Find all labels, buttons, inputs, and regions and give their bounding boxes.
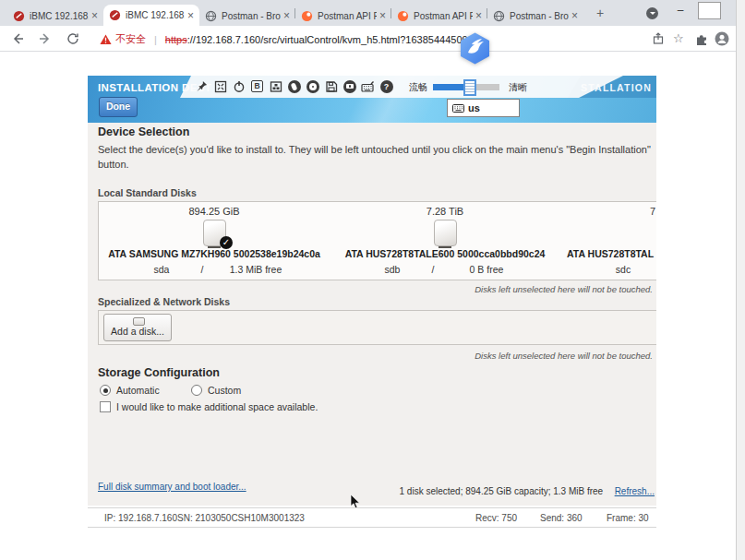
profile-avatar[interactable] — [715, 31, 729, 46]
selection-summary-text: 1 disk selected; 894.25 GiB capacity; 1.… — [400, 486, 604, 496]
b-key-icon[interactable]: B — [250, 79, 264, 93]
tab-separator — [487, 8, 487, 18]
status-sn: SN: 2103050CSH10M3001323 — [177, 513, 305, 523]
help-icon[interactable]: ? — [379, 79, 393, 93]
tab-postman-browse-1[interactable]: Postman - Browse × — [199, 6, 295, 26]
tab-title: iBMC 192.168.7.16 — [126, 10, 185, 20]
globe-favicon-icon — [205, 10, 217, 22]
tab-ibmc-2-active[interactable]: iBMC 192.168.7.16 × — [103, 5, 199, 26]
radio-automatic[interactable]: Automatic — [100, 385, 160, 396]
url-text[interactable]: https://192.168.7.160/src/virtualControl… — [165, 34, 479, 45]
disk-drive-icon — [434, 220, 457, 246]
soft-keyboard-icon[interactable] — [361, 79, 375, 93]
disk-name: ATA SAMSUNG MZ7KH960 5002538e19b24c0a — [99, 248, 330, 259]
tab-close-icon[interactable]: × — [571, 9, 578, 22]
disk-device: sdc — [560, 264, 656, 275]
tab-separator — [391, 8, 391, 18]
keyboard-layout-indicator[interactable]: us — [447, 99, 520, 117]
floppy-save-icon[interactable] — [324, 79, 338, 93]
tab-postman-api-1[interactable]: Postman API Platfo × — [295, 6, 391, 26]
tab-ibmc-1[interactable]: iBMC 192.168.7.16 × — [7, 6, 103, 26]
specialized-disks-panel: Add a disk... — [98, 310, 656, 345]
reload-icon[interactable] — [66, 32, 79, 45]
local-disks-label: Local Standard Disks — [98, 187, 197, 198]
device-selection-description-line2: button. — [98, 159, 129, 170]
refresh-link[interactable]: Refresh... — [615, 486, 655, 496]
share-icon[interactable] — [652, 32, 665, 45]
tab-close-icon[interactable]: × — [283, 9, 290, 22]
browser-tab-bar: iBMC 192.168.7.16 × iBMC 192.168.7.16 × … — [0, 0, 736, 26]
specialized-disks-label: Specialized & Network Disks — [98, 296, 230, 307]
back-icon[interactable] — [11, 32, 24, 45]
security-chip[interactable]: 不安全 | https://192.168.7.160/src/virtualC… — [100, 32, 479, 46]
disk-sdb[interactable]: 7.28 TiB ATA HUS728T8TALE600 5000cca0bbd… — [330, 202, 560, 280]
bookmark-star-icon[interactable]: ☆ — [673, 31, 684, 45]
kvm-remote-screen: INSTALLATION DEST STALLATION B ? 流畅 — [88, 76, 656, 528]
desktop-edge — [736, 0, 745, 560]
window-maximize-button[interactable] — [698, 2, 721, 19]
dove-badge-icon[interactable] — [458, 31, 492, 66]
local-disks-panel: 894.25 GiB ✓ ATA SAMSUNG MZ7KH960 500253… — [98, 201, 656, 280]
tab-close-icon[interactable]: × — [187, 9, 194, 22]
fullscreen-icon[interactable] — [213, 79, 227, 93]
new-tab-button[interactable]: + — [593, 6, 607, 21]
screen-record-icon[interactable] — [342, 79, 356, 93]
tab-title: Postman - Browse — [510, 11, 569, 21]
tab-postman-browse-2[interactable]: Postman - Browse × — [487, 6, 583, 26]
disk-capacity: 7.28 TiB — [330, 206, 560, 217]
storage-configuration-heading: Storage Configuration — [98, 366, 220, 379]
tab-title: Postman - Browse — [222, 11, 281, 21]
mouse-cursor — [350, 494, 361, 509]
disk-selected-check-icon: ✓ — [220, 236, 233, 249]
unselected-disks-note-2: Disks left unselected here will not be t… — [475, 351, 653, 361]
radio-automatic-icon[interactable] — [100, 385, 111, 396]
done-button[interactable]: Done — [99, 97, 138, 117]
kvm-toolbar-icons: B ? — [195, 79, 393, 93]
disk-sdc[interactable]: 7 ATA HUS728T8TAL sdc — [560, 202, 656, 280]
status-frame: Frame: 30 — [607, 513, 649, 523]
tab-title: Postman API Platfo — [414, 11, 473, 21]
anaconda-body: Device Selection Select the device(s) yo… — [88, 123, 656, 506]
extensions-puzzle-icon[interactable] — [695, 32, 709, 46]
ibmc-favicon-icon — [13, 10, 25, 22]
anaconda-header: INSTALLATION DEST STALLATION B ? 流畅 — [88, 76, 656, 123]
unselected-disks-note: Disks left unselected here will not be t… — [475, 284, 653, 294]
power-icon[interactable] — [232, 79, 246, 93]
keyboard-icon — [452, 104, 464, 113]
pin-icon[interactable] — [195, 79, 209, 93]
tab-postman-api-2[interactable]: Postman API Platfo × — [391, 6, 487, 26]
window-minimize-button[interactable]: – — [668, 2, 692, 20]
url-scheme: https — [165, 34, 187, 45]
device-selection-description-line1: Select the device(s) you'd like to insta… — [98, 144, 651, 155]
slider-handle[interactable] — [463, 79, 476, 96]
display-blocks-icon[interactable] — [269, 79, 282, 93]
tab-overflow-menu-icon[interactable] — [646, 7, 658, 19]
kvm-status-bar: IP: 192.168.7.160 SN: 2103050CSH10M30013… — [88, 507, 656, 528]
tab-close-icon[interactable]: × — [475, 9, 482, 22]
warning-triangle-icon — [100, 34, 112, 45]
url-rest: ://192.168.7.160/src/virtualControl/kvm_… — [187, 34, 479, 45]
keyboard-layout-value: us — [468, 102, 480, 113]
browser-address-bar: 不安全 | https://192.168.7.160/src/virtualC… — [0, 26, 736, 52]
tab-close-icon[interactable]: × — [379, 9, 386, 22]
tab-title: iBMC 192.168.7.16 — [30, 11, 89, 21]
disk-drive-icon: ✓ — [203, 220, 226, 246]
radio-automatic-label: Automatic — [116, 385, 160, 396]
status-send: Send: 360 — [540, 513, 583, 523]
cd-rom-icon[interactable] — [306, 79, 319, 93]
radio-custom[interactable]: Custom — [191, 385, 241, 396]
radio-custom-icon[interactable] — [191, 385, 202, 396]
additional-space-checkbox-row[interactable]: I would like to make additional space av… — [100, 401, 318, 412]
mouse-settings-icon[interactable] — [287, 79, 301, 93]
additional-space-checkbox[interactable] — [100, 401, 111, 412]
postman-favicon-icon — [301, 10, 313, 22]
tab-close-icon[interactable]: × — [91, 9, 98, 22]
disk-sda[interactable]: 894.25 GiB ✓ ATA SAMSUNG MZ7KH960 500253… — [99, 202, 330, 280]
postman-favicon-icon — [397, 10, 409, 22]
full-disk-summary-link[interactable]: Full disk summary and boot loader... — [98, 482, 246, 492]
ibmc-favicon-icon — [109, 9, 121, 21]
add-disk-button[interactable]: Add a disk... — [103, 314, 172, 341]
status-recv: Recv: 750 — [475, 513, 517, 523]
security-warning-text: 不安全 — [115, 32, 146, 46]
forward-icon[interactable] — [39, 32, 52, 45]
